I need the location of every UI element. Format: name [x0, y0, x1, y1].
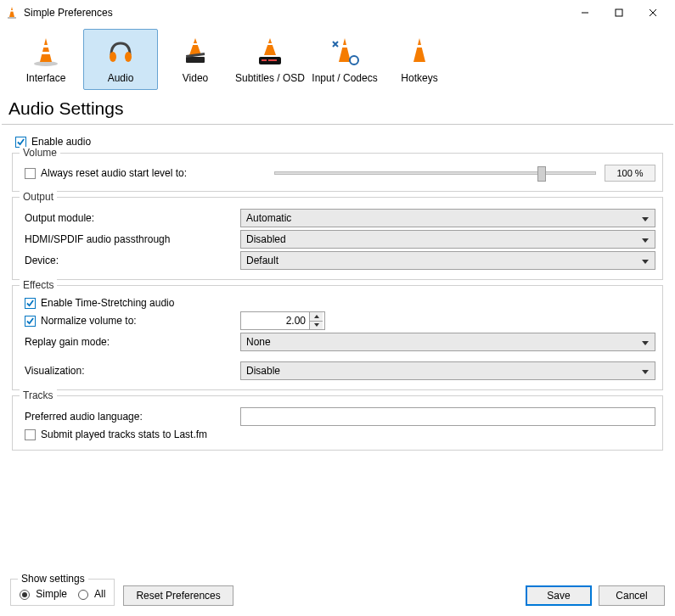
tab-video-label: Video: [183, 72, 208, 84]
reset-volume-label: Always reset audio start level to:: [41, 167, 187, 179]
chevron-down-icon: [641, 256, 650, 265]
hotkey-icon: [402, 35, 436, 69]
show-settings-legend: Show settings: [18, 573, 88, 585]
tab-interface-label: Interface: [26, 72, 66, 84]
tab-hotkeys[interactable]: Hotkeys: [382, 29, 457, 90]
visualization-select[interactable]: Disable: [240, 361, 655, 380]
svg-rect-14: [192, 43, 199, 45]
tab-subtitles[interactable]: Subtitles / OSD: [233, 29, 307, 90]
footer: Show settings Simple All Reset Preferenc…: [10, 579, 665, 606]
chevron-down-icon: [641, 367, 650, 375]
timestretch-checkbox[interactable]: [25, 298, 36, 309]
passthrough-select[interactable]: Disabled: [240, 230, 655, 249]
app-icon: [5, 6, 19, 20]
svg-marker-22: [339, 38, 351, 62]
cone-icon: [29, 35, 63, 69]
tab-audio[interactable]: Audio: [83, 29, 158, 90]
lastfm-checkbox[interactable]: [25, 429, 36, 440]
minimize-button[interactable]: [568, 2, 602, 24]
window-title: Simple Preferences: [24, 7, 568, 19]
svg-marker-33: [642, 370, 649, 374]
close-button[interactable]: [636, 2, 670, 24]
tab-audio-label: Audio: [108, 72, 134, 84]
preferred-lang-label: Preferred audio language:: [25, 411, 143, 423]
radio-simple[interactable]: [20, 590, 30, 600]
volume-group: Volume Always reset audio start level to…: [12, 153, 663, 192]
svg-marker-27: [642, 217, 649, 221]
svg-point-12: [125, 52, 132, 62]
output-legend: Output: [20, 191, 57, 203]
svg-rect-10: [42, 52, 50, 54]
preferred-lang-input[interactable]: [240, 407, 655, 426]
codec-icon: [328, 35, 362, 69]
page-title: Audio Settings: [0, 92, 675, 124]
svg-marker-25: [413, 38, 425, 62]
svg-point-11: [110, 52, 116, 62]
spinner-up[interactable]: [310, 312, 323, 322]
output-module-select[interactable]: Automatic: [240, 209, 655, 227]
svg-marker-30: [314, 315, 319, 318]
visualization-label: Visualization:: [25, 365, 85, 377]
tracks-group: Tracks Preferred audio language: Submit …: [12, 395, 663, 451]
volume-slider[interactable]: [274, 171, 596, 175]
chevron-down-icon: [641, 338, 650, 346]
titlebar: Simple Preferences: [0, 0, 675, 25]
tab-input-codecs[interactable]: Input / Codecs: [307, 29, 382, 90]
svg-rect-18: [267, 43, 273, 45]
enable-audio-label: Enable audio: [31, 136, 91, 148]
enable-audio-checkbox[interactable]: [15, 137, 26, 148]
chevron-down-icon: [641, 214, 650, 222]
clapperboard-icon: [178, 35, 212, 69]
output-group: Output Output module: Automatic HDMI/SPD…: [12, 197, 663, 280]
chevron-down-icon: [641, 235, 650, 244]
lastfm-label: Submit played tracks stats to Last.fm: [41, 428, 207, 440]
volume-legend: Volume: [20, 147, 60, 159]
svg-marker-29: [642, 260, 649, 264]
output-module-label: Output module:: [25, 212, 94, 224]
normalize-value[interactable]: [241, 315, 309, 327]
replaygain-select[interactable]: None: [240, 333, 655, 351]
headphones-icon: [104, 35, 138, 69]
normalize-checkbox[interactable]: [25, 316, 36, 327]
svg-rect-21: [268, 59, 277, 61]
svg-rect-2: [10, 10, 14, 12]
volume-readout: 100 %: [605, 165, 655, 182]
svg-marker-28: [642, 238, 649, 243]
reset-preferences-button[interactable]: Reset Preferences: [123, 585, 233, 606]
reset-volume-checkbox[interactable]: [25, 168, 36, 179]
effects-legend: Effects: [20, 279, 57, 291]
volume-slider-thumb[interactable]: [537, 166, 546, 182]
svg-rect-23: [341, 45, 348, 48]
svg-marker-8: [40, 38, 52, 62]
svg-point-24: [350, 56, 358, 64]
radio-all-label: All: [94, 588, 105, 600]
effects-group: Effects Enable Time-Stretching audio Nor…: [12, 285, 663, 390]
passthrough-label: HDMI/SPDIF audio passthrough: [25, 233, 170, 245]
svg-rect-9: [42, 45, 49, 48]
save-button[interactable]: Save: [526, 585, 592, 606]
svg-marker-0: [9, 7, 14, 17]
cancel-button[interactable]: Cancel: [599, 585, 665, 606]
radio-simple-label: Simple: [36, 588, 67, 600]
svg-rect-1: [8, 17, 16, 19]
maximize-button[interactable]: [602, 2, 636, 24]
spinner-down[interactable]: [310, 322, 323, 330]
window-controls: [568, 2, 670, 24]
svg-marker-31: [314, 323, 319, 327]
normalize-label: Normalize volume to:: [41, 315, 137, 327]
settings-content: Enable audio Volume Always reset audio s…: [0, 125, 675, 451]
svg-rect-26: [416, 45, 423, 48]
category-tabs: Interface Audio Video Subtitles / OSD In…: [0, 25, 675, 92]
tab-input-label: Input / Codecs: [312, 72, 377, 84]
radio-all[interactable]: [78, 590, 88, 600]
normalize-spinner[interactable]: [240, 311, 325, 330]
tab-interface[interactable]: Interface: [8, 29, 83, 90]
timestretch-label: Enable Time-Stretching audio: [41, 297, 174, 309]
device-select[interactable]: Default: [240, 251, 655, 270]
svg-rect-15: [186, 57, 205, 63]
replaygain-label: Replay gain mode:: [25, 336, 110, 348]
tab-subtitles-label: Subtitles / OSD: [235, 72, 305, 84]
show-settings-group: Show settings Simple All: [10, 579, 115, 606]
tab-hotkeys-label: Hotkeys: [401, 72, 437, 84]
tab-video[interactable]: Video: [158, 29, 233, 90]
